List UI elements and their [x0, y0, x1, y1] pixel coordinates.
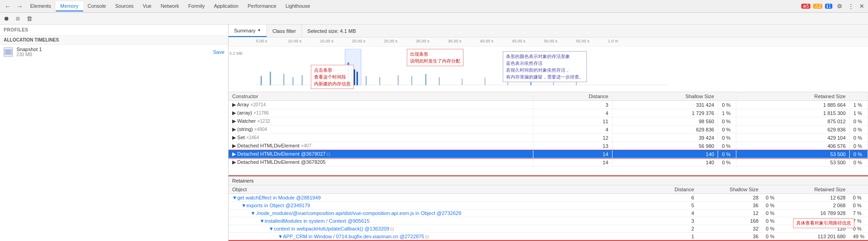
distance-cell: 14: [533, 158, 612, 167]
shallow-size-cell: 98 560: [612, 117, 718, 126]
retainer-expand-icon[interactable]: ▼get watchEffect in Module @2881949: [232, 195, 321, 200]
expand-icon[interactable]: ▶ Detached HTMLDivElement @3678205: [232, 159, 325, 165]
sidebar: profiles ALLOCATION TIMELINES Snapshot 1…: [0, 25, 229, 241]
retainers-section: Retainers Object Distance Shallow Size R…: [229, 175, 868, 241]
retainer-name-cell: ▼get watchEffect in Module @2881949: [229, 194, 650, 202]
retainer-col-distance: Distance: [650, 185, 698, 194]
svg-rect-8: [302, 75, 303, 85]
retainer-shallow-pct-cell: 0 %: [762, 233, 780, 241]
record-button[interactable]: ⏺: [2, 15, 11, 22]
shallow-size-cell: 140: [612, 150, 718, 158]
retainer-expand-icon[interactable]: ▼exports in Object @2349179: [241, 203, 310, 208]
shallow-pct-cell: 0 %: [718, 158, 736, 167]
more-button[interactable]: ⋮: [846, 2, 856, 10]
expand-icon[interactable]: ▶ (string): [232, 126, 253, 132]
ruler-tick-0: 5.00 s: [256, 39, 267, 43]
forward-icon[interactable]: →: [14, 3, 26, 10]
retainer-shallow-pct-cell: 0 %: [762, 194, 780, 202]
shallow-size-cell: 39 424: [612, 134, 718, 142]
tab-elements[interactable]: Elements: [26, 1, 56, 11]
dropdown-arrow-icon: ▼: [257, 28, 261, 32]
retainer-row[interactable]: ▼get watchEffect in Module @28819496280 …: [229, 194, 868, 202]
tab-performance[interactable]: Performance: [243, 1, 281, 11]
table-row[interactable]: ▶ Set ×24641239 4240 %429 1040 %: [229, 134, 868, 142]
selected-size: Selected size: 4.1 MB: [302, 26, 361, 36]
expand-icon[interactable]: ▶ Array: [232, 102, 249, 107]
retainer-shallow-cell: 28: [698, 194, 762, 202]
retainer-retained-cell: 12 628: [780, 194, 849, 202]
table-row[interactable]: ▶ Array ×207143331 4240 %1 885 6641 %: [229, 101, 868, 109]
tab-application[interactable]: Application: [209, 1, 243, 11]
tab-console[interactable]: Console: [83, 1, 111, 11]
table-row[interactable]: ▶ Detached HTMLDivElement @3678027 □1414…: [229, 150, 868, 158]
retained-size-cell: 1 815 300: [736, 109, 850, 117]
shallow-pct-cell: 0 %: [718, 117, 736, 126]
table-row[interactable]: ▶ (string) ×49044629 8360 %629 8360 %: [229, 126, 868, 134]
constructor-cell: ▶ (array) ×11786: [229, 109, 533, 117]
retainer-expand-icon[interactable]: ▼installedModules in system / Context @9…: [260, 218, 369, 224]
back-icon[interactable]: ←: [2, 3, 14, 10]
summary-tab[interactable]: Summary ▼: [229, 25, 267, 37]
retained-pct-cell: 0 %: [850, 142, 868, 150]
shallow-pct-cell: 0 %: [718, 126, 736, 134]
retained-size-cell: 53 500: [736, 150, 850, 158]
distance-cell: 4: [533, 109, 612, 117]
constructor-cell: ▶ Detached HTMLDivElement ×407: [229, 142, 533, 150]
tab-sources[interactable]: Sources: [111, 1, 138, 11]
svg-rect-4: [261, 76, 262, 85]
distance-cell: 13: [533, 142, 612, 150]
table-row[interactable]: ▶ Detached HTMLDivElement @3678205141400…: [229, 158, 868, 167]
retainer-row[interactable]: ▼installedModules in system / Context @9…: [229, 217, 868, 225]
svg-rect-0: [5, 49, 12, 55]
annotation-click: 点击条形 查看这个时间段 内新建的内存信息: [311, 65, 354, 89]
tab-vue[interactable]: Vue: [138, 1, 156, 11]
retainer-shallow-pct-cell: 0 %: [762, 202, 780, 210]
timeline-area: 5.00 s 10.00 s 15.00 s 20.00 s 25.00 s 3…: [229, 37, 868, 92]
retainer-shallow-cell: 12: [698, 210, 762, 217]
save-button[interactable]: Save: [213, 49, 224, 55]
ruler-tick-2: 15.00 s: [320, 39, 334, 43]
settings-button[interactable]: ⚙: [835, 2, 844, 10]
shallow-pct-cell: 0 %: [718, 150, 736, 158]
stop-button[interactable]: ⏹: [13, 15, 23, 22]
timeline-bars-area[interactable]: 5.2 MB: [229, 47, 868, 92]
retainer-expand-icon[interactable]: ▼./node_modules/@vue/composition-api/dis…: [250, 210, 461, 216]
retainer-col-retained: Retained Size: [780, 185, 849, 194]
class-filter-tab[interactable]: Class filter: [267, 25, 302, 37]
retainer-name-cell: ▼./node_modules/@vue/composition-api/dis…: [229, 210, 650, 217]
retainer-row[interactable]: ▼APP_CRM in Window / 0714.bugfix.dev.xia…: [229, 233, 868, 241]
constructor-table-scroll[interactable]: Constructor Distance Shallow Size Retain…: [229, 92, 868, 175]
retainer-shallow-cell: 168: [698, 217, 762, 225]
snapshot-size: 230 MB: [16, 52, 209, 57]
svg-rect-18: [398, 75, 399, 85]
expand-icon[interactable]: ▶ Detached HTMLDivElement: [232, 143, 299, 148]
expand-icon[interactable]: ▶ Detached HTMLDivElement @3678027: [232, 151, 325, 157]
table-row[interactable]: ▶ (array) ×1178641 729 3761 %1 815 3001 …: [229, 109, 868, 117]
tab-formily[interactable]: Formily: [184, 1, 209, 11]
annotation-color: 条形的颜色表示对象的存活形象 蓝色表示依然存活 若很久时间前的对象依然存活， 有…: [503, 51, 587, 82]
expand-icon[interactable]: ▶ Watcher: [232, 118, 256, 124]
panel-header: Summary ▼ Class filter Selected size: 4.…: [229, 25, 868, 37]
retainer-name-cell: ▼installedModules in system / Context @9…: [229, 217, 650, 225]
close-devtools-button[interactable]: ✕: [857, 2, 866, 10]
snapshot-item[interactable]: Snapshot 1 230 MB Save: [0, 45, 228, 59]
tab-lighthouse[interactable]: Lighthouse: [281, 1, 315, 11]
retainer-row[interactable]: ▼context in webpackHotUpdateCallback() @…: [229, 225, 868, 233]
expand-icon[interactable]: ▶ Set: [232, 135, 245, 140]
table-row[interactable]: ▶ Watcher ×12321198 5600 %875 0120 %: [229, 117, 868, 126]
memory-toolbar: ⏺ ⏹ 🗑: [0, 13, 868, 25]
distance-cell: 14: [533, 150, 612, 158]
expand-icon[interactable]: ▶ (array): [232, 110, 252, 115]
clear-button[interactable]: 🗑: [25, 15, 34, 22]
retainer-row[interactable]: ▼./node_modules/@vue/composition-api/dis…: [229, 210, 868, 217]
tab-memory[interactable]: Memory: [56, 1, 83, 11]
retainer-col-retained-pct: [849, 185, 868, 194]
table-row[interactable]: ▶ Detached HTMLDivElement ×4071356 9800 …: [229, 142, 868, 150]
retainer-expand-icon[interactable]: ▼context in webpackHotUpdateCallback() @…: [269, 226, 389, 231]
retainer-expand-icon[interactable]: ▼APP_CRM in Window / 0714.bugfix.dev.xia…: [278, 234, 424, 239]
tab-network[interactable]: Network: [156, 1, 183, 11]
retainer-annotation: 具体查看对象引用路径信息: [793, 218, 854, 228]
svg-rect-1: [5, 50, 11, 52]
retainer-row[interactable]: ▼exports in Object @23491795360 %2 0680 …: [229, 202, 868, 210]
retainers-header: Retainers: [229, 176, 868, 185]
